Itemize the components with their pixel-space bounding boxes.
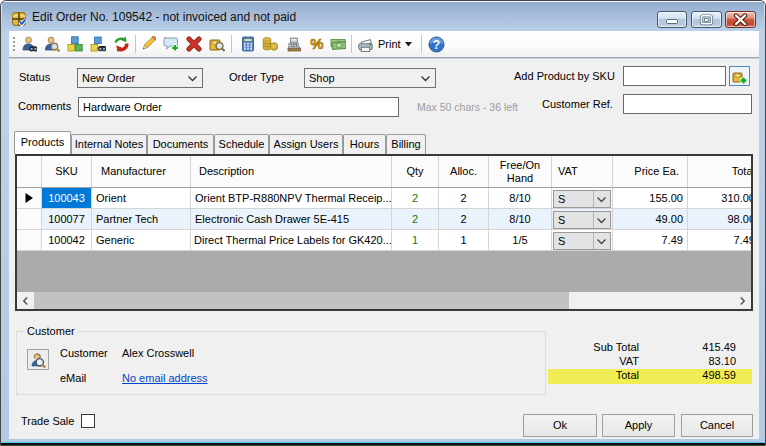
svg-text:%: % [310, 36, 323, 52]
svg-text:?: ? [433, 38, 440, 52]
